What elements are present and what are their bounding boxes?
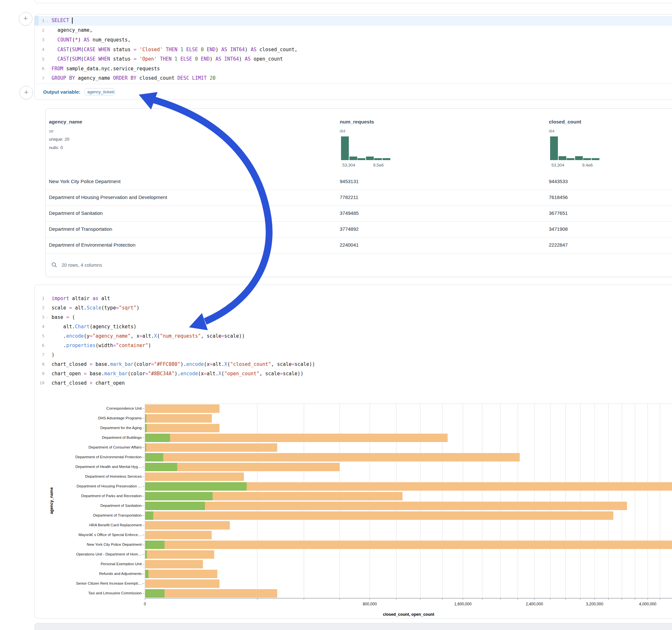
y-axis-label: Operations Unit - Department of Hom… [44, 552, 142, 556]
code-line-7[interactable]: 7) [35, 350, 672, 359]
y-axis-label: Mayorâ€ s Office of Special Enforce… [44, 533, 142, 537]
y-axis-label: Department of Buildings [44, 436, 142, 439]
table-header-row: agency_namestrunique: 20nulls: 0num_requ… [46, 108, 672, 174]
code-line-5[interactable]: 5 CAST(SUM(CASE WHEN status = 'Open' THE… [35, 54, 672, 64]
column-header-num_requests[interactable]: num_requests [340, 119, 374, 125]
y-axis-label: Department for the Aging [44, 426, 142, 430]
bar-open [145, 453, 163, 461]
plot-background [145, 404, 672, 598]
code-line-9[interactable]: 9chart_open = base.mark_bar(color="#8BC3… [35, 369, 672, 378]
code-line-1[interactable]: 1import altair as alt [35, 294, 672, 303]
code-text: import altair as alt [50, 295, 110, 301]
x-axis-tick-label: 4,000,000 [628, 602, 667, 606]
table-cell: 3749485 [340, 210, 359, 216]
y-axis-label: Department of Sanitation [44, 504, 142, 508]
line-number: 7 [35, 352, 44, 357]
bar-closed [145, 502, 627, 510]
code-line-5[interactable]: 5 .encode(y="agency_name", x=alt.X("num_… [35, 331, 672, 341]
add-cell-button-top[interactable]: + [19, 12, 32, 26]
bar-open [145, 502, 205, 510]
code-line-4[interactable]: 4 alt.Chart(agency_tickets) [35, 322, 672, 331]
x-axis-tick-label: 0 [125, 602, 164, 606]
code-text: COUNT(*) AS num_requests, [50, 37, 130, 43]
histogram-max-label: 9.4e6 [582, 163, 593, 168]
code-line-6[interactable]: 6FROM sample_data.nyc.service_requests [35, 64, 672, 74]
bar-open [145, 550, 147, 559]
y-axis-label: Correspondence Unit [44, 406, 142, 410]
y-axis-label: Department of Housing Preservation … [44, 484, 142, 488]
y-axis-label: New York City Police Department [44, 542, 142, 547]
fold-chevron-icon[interactable]: ⌄ [44, 315, 50, 319]
table-row: Department of Housing Preservation and D… [46, 190, 672, 205]
sql-code-editor[interactable]: 1⌄SELECT 2 agency_name,3 COUNT(*) AS num… [35, 15, 672, 83]
line-number: 5 [35, 57, 44, 62]
code-line-4[interactable]: 4 CAST(SUM(CASE WHEN status = 'Closed' T… [35, 45, 672, 54]
table-cell: 3774892 [340, 226, 359, 232]
y-axis-label: Personal Exemption Unit [44, 562, 142, 566]
y-axis-label: Department of Environmental Protection [44, 455, 142, 459]
line-number: 10 [35, 381, 44, 385]
histogram-max-label: 9.5e6 [373, 163, 384, 168]
add-cell-button-output[interactable]: + [20, 86, 33, 99]
code-line-2[interactable]: 2 agency_name, [35, 26, 672, 35]
column-type: str [49, 129, 53, 134]
x-axis-tick-label: 2,400,000 [515, 602, 554, 606]
code-text: alt.Chart(agency_tickets) [50, 324, 137, 330]
table-cell: Department of Housing Preservation and D… [49, 194, 167, 200]
bar-open [145, 492, 213, 500]
x-axis-title: closed_count, open_count [344, 612, 474, 617]
table-body: New York City Police Department945313194… [46, 174, 672, 253]
bar-closed [145, 540, 672, 549]
python-cell: 1import altair as alt2scale = alt.Scale(… [34, 285, 672, 619]
y-axis-label: Refunds and Adjustments [44, 572, 142, 576]
column-header-closed_count[interactable]: closed_count [549, 119, 581, 125]
output-variable-badge[interactable]: agency_tickets [84, 88, 115, 96]
line-number: 4 [35, 324, 44, 329]
code-text: base = ( [50, 314, 75, 320]
bar-open [145, 434, 170, 442]
code-line-1[interactable]: 1⌄SELECT [35, 16, 672, 26]
y-axis-label: Department of Consumer Affairs [44, 445, 142, 449]
code-line-3[interactable]: 3⌄base = ( [35, 312, 672, 322]
fold-chevron-icon[interactable]: ⌄ [44, 19, 50, 22]
python-code-editor[interactable]: 1import altair as alt2scale = alt.Scale(… [35, 285, 672, 388]
y-axis-label: Department of Parks and Recreation [44, 494, 142, 498]
bar-closed [145, 453, 520, 461]
table-row: Department of Environmental Protection22… [46, 237, 672, 253]
table-cell: 9453131 [340, 178, 359, 184]
column-header-agency_name[interactable]: agency_name [49, 119, 82, 125]
line-number: 2 [35, 305, 44, 310]
column-histogram [341, 137, 390, 160]
line-number: 3 [35, 315, 44, 319]
code-text: agency_name, [50, 27, 92, 33]
code-line-6[interactable]: 6 .properties(width="container") [35, 341, 672, 350]
column-type: i64 [549, 129, 554, 134]
bar-closed [145, 414, 212, 422]
bar-closed [145, 550, 214, 559]
bar-closed [145, 521, 230, 530]
table-cell: 3677651 [549, 210, 568, 216]
code-line-3[interactable]: 3 COUNT(*) AS num_requests, [35, 35, 672, 45]
code-text: ) [50, 352, 54, 358]
bar-open [145, 463, 177, 471]
search-icon[interactable] [51, 262, 57, 268]
bar-open [145, 443, 146, 452]
table-footer: 20 rows, 4 columns [46, 253, 672, 276]
table-cell: 2222847 [549, 242, 568, 248]
code-line-10[interactable]: 10chart_closed + chart_open [35, 378, 672, 388]
code-line-8[interactable]: 8chart_closed = base.mark_bar(color="#FF… [35, 359, 672, 369]
line-number: 7 [35, 76, 44, 81]
bar-open [145, 414, 146, 422]
code-line-2[interactable]: 2scale = alt.Scale(type="sqrt") [35, 303, 672, 312]
bar-open [145, 540, 165, 549]
line-number: 5 [35, 334, 44, 338]
text-caret [72, 18, 73, 24]
sql-cell: 1⌄SELECT 2 agency_name,3 COUNT(*) AS num… [34, 14, 672, 100]
bar-open [145, 511, 153, 520]
bar-open [145, 482, 247, 491]
bar-closed [145, 443, 277, 452]
column-type: i64 [340, 129, 345, 134]
code-line-7[interactable]: 7GROUP BY agency_name ORDER BY closed_co… [35, 74, 672, 83]
bar-closed [145, 570, 217, 578]
y-axis-label: Senior Citizen Rent Increase Exempti… [44, 581, 142, 585]
